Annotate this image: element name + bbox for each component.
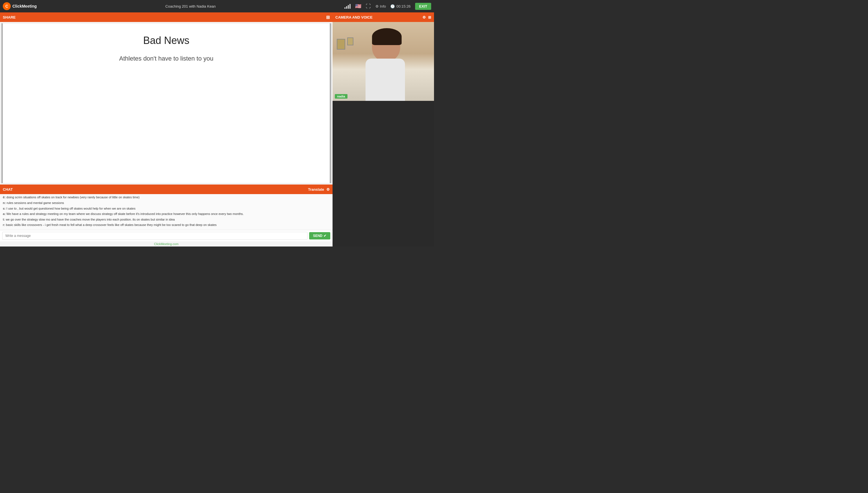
language-flag-icon[interactable]: 🇺🇸 xyxy=(355,3,361,9)
slide-title: Bad News xyxy=(143,35,189,46)
left-panel: SHARE ⊞ Bad News Athletes don't have to … xyxy=(0,13,333,246)
camera-bar-controls: ⚙ ⊞ xyxy=(422,15,431,19)
chat-text: I use to , but would get questioned how … xyxy=(6,207,135,210)
video-person-body xyxy=(365,59,405,101)
camera-expand-icon[interactable]: ⊞ xyxy=(428,15,431,19)
send-icon: ✔ xyxy=(323,234,326,238)
main-layout: SHARE ⊞ Bad News Athletes don't have to … xyxy=(0,13,434,246)
logo-text: ClickMeeting xyxy=(13,4,37,8)
video-person-hair xyxy=(372,28,402,45)
send-label: SEND xyxy=(313,234,322,238)
slide-subtitle: Athletes don't have to listen to you xyxy=(119,55,213,62)
right-content-area xyxy=(333,101,434,246)
chat-section: CHAT Translate ⚙ t: sometimes I feel it … xyxy=(0,185,333,246)
chat-sender: s: xyxy=(3,207,6,210)
fullscreen-icon[interactable]: ⛶ xyxy=(366,3,371,9)
chat-sender: a: xyxy=(3,212,6,215)
signal-bar-2 xyxy=(346,6,347,9)
chat-text: We have a rules and strategy meeting on … xyxy=(6,212,244,215)
chat-bar-controls: Translate ⚙ xyxy=(308,187,330,192)
chat-text: rules sessions and mental game sessions xyxy=(6,201,64,205)
clickmeeting-footer: ClickMeeting.com xyxy=(0,241,333,246)
chat-text: doing scrim situations off skates on tra… xyxy=(6,195,140,199)
info-button[interactable]: ⚙ Info xyxy=(375,4,386,8)
footer-text: ClickMeeting.com xyxy=(154,242,179,246)
nadia-badge: nadia xyxy=(335,94,347,99)
clickmeeting-logo-icon: C xyxy=(3,2,11,10)
chat-message: r: basic skills like crossovers - i get … xyxy=(3,222,330,228)
logo-area: C ClickMeeting xyxy=(3,2,37,10)
share-bar: SHARE ⊞ xyxy=(0,13,333,22)
chat-sender: n: xyxy=(3,201,6,205)
chat-messages: t: sometimes I feel it can be hard to te… xyxy=(0,194,333,230)
right-panel: CAMERA AND VOICE ⚙ ⊞ nadia xyxy=(333,13,434,246)
chat-message: a: We have a rules and strategy meeting … xyxy=(3,212,330,217)
chat-text: we go over the strategy slow mo and have… xyxy=(5,218,175,221)
presentation-area: Bad News Athletes don't have to listen t… xyxy=(1,23,332,184)
chat-text: basic skills like crossovers - i get fre… xyxy=(5,223,217,227)
video-area: nadia xyxy=(333,22,434,101)
clock-icon: 🕐 xyxy=(390,4,395,8)
translate-settings-icon[interactable]: ⚙ xyxy=(326,187,330,192)
wall-art-1 xyxy=(337,39,345,49)
chat-message: s: I use to , but would get questioned h… xyxy=(3,206,330,211)
share-label: SHARE xyxy=(3,15,16,19)
topbar-right: 🇺🇸 ⛶ ⚙ Info 🕐 00:15:26 EXIT xyxy=(344,3,431,10)
signal-bar-1 xyxy=(344,7,345,9)
share-resize-icon[interactable]: ⊞ xyxy=(326,15,330,20)
info-label: Info xyxy=(380,4,386,8)
topbar: C ClickMeeting Coaching 201 with Nadia K… xyxy=(0,0,434,13)
chat-message: n: rules sessions and mental game sessio… xyxy=(3,200,330,206)
chat-sender: ê: xyxy=(3,195,6,199)
signal-bar-4 xyxy=(350,4,351,9)
chat-bar: CHAT Translate ⚙ xyxy=(0,185,333,194)
timer-value: 00:15:26 xyxy=(396,4,410,8)
share-bar-controls: ⊞ xyxy=(326,15,330,20)
send-button[interactable]: SEND ✔ xyxy=(309,232,330,239)
chat-label: CHAT xyxy=(3,187,13,192)
camera-bar: CAMERA AND VOICE ⚙ ⊞ xyxy=(333,13,434,22)
chat-message: h: Sometimes, yes xyxy=(3,194,330,194)
camera-label: CAMERA AND VOICE xyxy=(335,15,373,19)
signal-strength-icon xyxy=(344,4,351,9)
chat-sender: r: xyxy=(3,223,5,227)
exit-button[interactable]: EXIT xyxy=(415,3,431,10)
chat-message: t: we go over the strategy slow mo and h… xyxy=(3,217,330,222)
info-gear-icon: ⚙ xyxy=(375,4,379,8)
camera-settings-icon[interactable]: ⚙ xyxy=(422,15,426,19)
signal-bar-3 xyxy=(348,5,349,9)
chat-input[interactable] xyxy=(2,232,308,240)
chat-input-row: SEND ✔ xyxy=(0,230,333,241)
video-content xyxy=(333,22,434,101)
translate-label[interactable]: Translate xyxy=(308,187,324,192)
wall-art-2 xyxy=(347,38,354,45)
meeting-title: Coaching 201 with Nadia Kean xyxy=(40,4,341,8)
slide-left-border xyxy=(2,23,3,183)
chat-message: ê: doing scrim situations off skates on … xyxy=(3,195,330,200)
slide-right-border xyxy=(330,23,331,183)
timer: 🕐 00:15:26 xyxy=(390,4,410,8)
